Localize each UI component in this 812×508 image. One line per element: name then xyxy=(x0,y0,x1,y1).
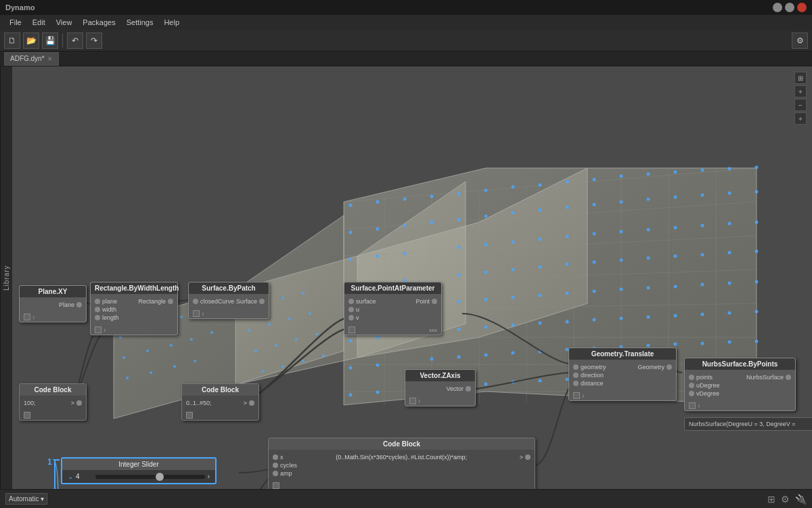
rectangle-width-dot[interactable] xyxy=(95,307,100,312)
nurbs-output-port[interactable]: NurbsSurface xyxy=(746,374,791,381)
code-block-3-amp-port[interactable]: amp xyxy=(273,470,292,477)
canvas[interactable]: ⊞ + − + Plane.XY Plane i xyxy=(12,66,812,489)
vector-zaxis-checkbox[interactable] xyxy=(409,398,416,404)
svg-point-114 xyxy=(430,358,434,361)
minimize-button[interactable] xyxy=(773,3,782,12)
code-block-1-checkbox[interactable] xyxy=(24,412,30,419)
code-block-3-cycles-port[interactable]: cycles xyxy=(273,462,297,469)
menu-help[interactable]: Help xyxy=(158,17,185,28)
code-block-3-x-port[interactable]: x xyxy=(273,454,284,461)
svg-point-148 xyxy=(122,356,125,359)
plane-output-dot[interactable] xyxy=(76,302,82,308)
zoom-out-button[interactable]: − xyxy=(794,99,807,111)
redo-button[interactable]: ↷ xyxy=(86,33,102,49)
rectangle-length-dot[interactable] xyxy=(95,315,100,320)
code-block-2-checkbox[interactable] xyxy=(186,412,193,419)
nav-extra-button[interactable]: + xyxy=(794,112,807,125)
integer-slider-1-track[interactable] xyxy=(95,475,205,479)
maximize-button[interactable] xyxy=(785,3,794,12)
plane-output-port[interactable]: Plane xyxy=(59,301,82,308)
surface-point-output-port[interactable]: Point xyxy=(415,298,437,305)
nurbs-vdegree-port[interactable]: vDegree xyxy=(689,390,719,397)
nurbs-output-dot[interactable] xyxy=(786,375,791,380)
svg-point-41 xyxy=(484,215,488,218)
code-block-2-output-port[interactable]: > xyxy=(244,400,254,406)
code-block-3-output-port[interactable]: > xyxy=(520,454,531,461)
settings-right-button[interactable]: ⚙ xyxy=(792,33,808,49)
new-button[interactable]: 🗋 xyxy=(4,33,20,49)
code-block-1-output-dot[interactable] xyxy=(76,400,82,406)
rectangle-checkbox[interactable] xyxy=(95,326,102,333)
nurbs-points-dot[interactable] xyxy=(689,375,694,380)
status-icon-2[interactable]: ⚙ xyxy=(781,494,790,505)
library-panel[interactable]: Library xyxy=(0,66,12,489)
surface-point-v-port[interactable]: v xyxy=(348,314,359,321)
code-block-3-x-dot[interactable] xyxy=(273,454,278,460)
surface-by-patch-output-dot[interactable] xyxy=(259,299,265,304)
surface-point-checkbox[interactable] xyxy=(348,326,355,333)
geometry-translate-output-dot[interactable] xyxy=(667,364,672,370)
menu-view[interactable]: View xyxy=(51,17,78,28)
code-block-1-output-port[interactable]: > xyxy=(71,400,82,406)
tab-close-button[interactable]: ✕ xyxy=(47,56,53,62)
geometry-translate-distance-port[interactable]: distance xyxy=(573,380,604,387)
code-block-3-cycles-dot[interactable] xyxy=(273,463,278,468)
surface-by-patch-input-port[interactable]: closedCurve xyxy=(193,298,234,305)
save-button[interactable]: 💾 xyxy=(42,33,58,49)
rectangle-plane-port[interactable]: plane xyxy=(95,298,117,305)
surface-by-patch-checkbox[interactable] xyxy=(193,310,200,317)
nurbs-udegree-dot[interactable] xyxy=(689,383,694,388)
nurbs-points-port[interactable]: points xyxy=(689,374,713,381)
geometry-translate-distance-dot[interactable] xyxy=(573,381,579,386)
rectangle-output-port[interactable]: Rectangle xyxy=(138,298,173,305)
integer-slider-1-arrow[interactable]: › xyxy=(208,473,210,480)
undo-button[interactable]: ↶ xyxy=(67,33,83,49)
rectangle-output-dot[interactable] xyxy=(168,299,173,304)
fit-view-button[interactable]: ⊞ xyxy=(794,72,807,84)
execution-mode-select[interactable]: Automatic ▾ xyxy=(5,493,47,505)
code-block-3-checkbox[interactable] xyxy=(273,482,279,489)
surface-by-patch-input-dot[interactable] xyxy=(193,299,198,304)
surface-point-output-dot[interactable] xyxy=(432,299,437,304)
code-block-3-output-dot[interactable] xyxy=(525,454,531,460)
tab-adfg[interactable]: ADFG.dyn* ✕ xyxy=(4,52,59,66)
nurbs-points-label: points xyxy=(696,374,713,381)
surface-point-v-dot[interactable] xyxy=(348,315,354,320)
status-icon-1[interactable]: ⊞ xyxy=(767,494,775,505)
nurbs-udegree-port[interactable]: uDegree xyxy=(689,382,720,389)
svg-point-115 xyxy=(457,356,461,359)
surface-point-surface-port[interactable]: surface xyxy=(348,298,376,305)
surface-point-surface-dot[interactable] xyxy=(348,299,354,304)
geometry-translate-output-port[interactable]: Geometry xyxy=(637,364,672,371)
code-block-3-amp-dot[interactable] xyxy=(273,471,278,476)
plane-xy-checkbox[interactable] xyxy=(24,314,30,320)
vector-zaxis-output-port[interactable]: Vector xyxy=(446,385,471,392)
close-button[interactable] xyxy=(797,3,807,12)
surface-by-patch-output-port[interactable]: Surface xyxy=(236,298,265,305)
code-block-2-output-dot[interactable] xyxy=(249,400,254,406)
status-icon-3[interactable]: 🔌 xyxy=(795,494,807,505)
vector-zaxis-output-dot[interactable] xyxy=(466,386,471,391)
nurbs-vdegree-dot[interactable] xyxy=(689,391,694,396)
geometry-translate-geometry-port[interactable]: geometry xyxy=(573,364,606,371)
rectangle-plane-dot[interactable] xyxy=(95,299,100,304)
surface-point-u-port[interactable]: u xyxy=(348,306,359,313)
svg-point-27 xyxy=(539,184,542,187)
menu-edit[interactable]: Edit xyxy=(27,17,51,28)
open-button[interactable]: 📂 xyxy=(23,33,39,49)
menu-settings[interactable]: Settings xyxy=(121,17,159,28)
rectangle-length-port[interactable]: length xyxy=(95,314,119,321)
nurbs-checkbox[interactable] xyxy=(689,402,696,409)
surface-point-u-dot[interactable] xyxy=(348,307,354,312)
geometry-translate-checkbox[interactable] xyxy=(573,392,580,399)
svg-point-25 xyxy=(484,189,488,192)
geometry-translate-geometry-dot[interactable] xyxy=(573,364,579,370)
menu-file[interactable]: File xyxy=(4,17,27,28)
integer-slider-1-thumb[interactable] xyxy=(156,473,164,481)
geometry-translate-direction-port[interactable]: direction xyxy=(573,372,604,379)
menu-packages[interactable]: Packages xyxy=(77,17,120,28)
zoom-in-button[interactable]: + xyxy=(794,85,807,98)
rectangle-width-port[interactable]: width xyxy=(95,306,116,313)
integer-slider-1-chevron[interactable]: ⌄ xyxy=(68,473,73,480)
geometry-translate-direction-dot[interactable] xyxy=(573,373,579,378)
